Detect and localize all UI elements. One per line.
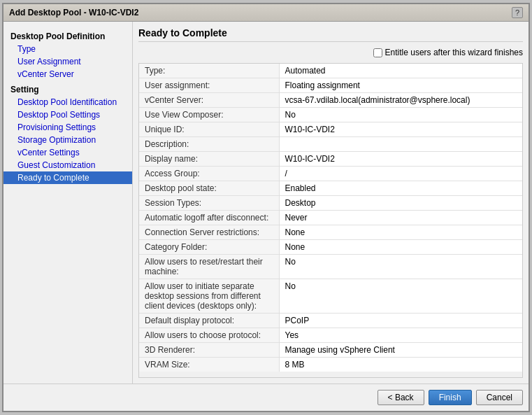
table-cell-value: Never	[279, 211, 522, 225]
sidebar-item-pool-identification[interactable]: Desktop Pool Identification	[3, 96, 132, 108]
table-row: Connection Server restrictions:None	[139, 225, 522, 240]
sidebar-item-vcenter-settings[interactable]: vCenter Settings	[3, 146, 132, 159]
table-cell-label: Description:	[139, 137, 279, 152]
table-row: Display name:W10-IC-VDI2	[139, 152, 522, 167]
summary-table: Type:AutomatedUser assignment:Floating a…	[139, 64, 522, 372]
table-cell-value: None	[279, 225, 522, 240]
table-cell-label: Allow user to initiate separate desktop …	[139, 279, 279, 314]
table-cell-label: User assignment:	[139, 78, 279, 93]
sidebar-item-guest-customization[interactable]: Guest Customization	[3, 159, 132, 171]
sidebar-item-pool-settings[interactable]: Desktop Pool Settings	[3, 108, 132, 121]
table-cell-value: Enabled	[279, 181, 522, 196]
sidebar-item-storage-optimization[interactable]: Storage Optimization	[3, 134, 132, 146]
table-cell-label: Default display protocol:	[139, 314, 279, 328]
table-cell-label: Use View Composer:	[139, 108, 279, 122]
table-cell-label: Desktop pool state:	[139, 181, 279, 196]
sidebar: Desktop Pool Definition Type User Assign…	[3, 22, 133, 384]
entitle-label[interactable]: Entitle users after this wizard finishes	[373, 48, 523, 57]
sidebar-item-ready-to-complete[interactable]: Ready to Complete	[3, 171, 132, 184]
table-row: Type:Automated	[139, 64, 522, 78]
table-cell-label: Allow users to reset/restart their machi…	[139, 255, 279, 279]
table-row: Automatic logoff after disconnect:Never	[139, 211, 522, 225]
table-cell-label: Category Folder:	[139, 240, 279, 255]
table-row: Allow users to reset/restart their machi…	[139, 255, 522, 279]
table-cell-value: Automated	[279, 64, 522, 78]
table-cell-label: Display name:	[139, 152, 279, 167]
entitle-row: Entitle users after this wizard finishes	[138, 48, 523, 57]
table-row: Access Group:/	[139, 167, 522, 181]
table-cell-value: No	[279, 108, 522, 122]
table-row: Allow users to choose protocol:Yes	[139, 328, 522, 343]
table-cell-value: 8 MB	[279, 358, 522, 372]
sidebar-item-provisioning-settings[interactable]: Provisioning Settings	[3, 121, 132, 134]
back-button[interactable]: < Back	[378, 390, 424, 405]
table-cell-label: Automatic logoff after disconnect:	[139, 211, 279, 225]
table-cell-value: No	[279, 279, 522, 314]
table-row: Use View Composer:No	[139, 108, 522, 122]
table-cell-value: None	[279, 240, 522, 255]
table-row: Default display protocol:PCoIP	[139, 314, 522, 328]
table-cell-value: No	[279, 255, 522, 279]
table-row: Unique ID:W10-IC-VDI2	[139, 122, 522, 137]
table-cell-label: vCenter Server:	[139, 93, 279, 108]
finish-button[interactable]: Finish	[429, 390, 472, 405]
table-row: User assignment:Floating assignment	[139, 78, 522, 93]
table-row: Description:	[139, 137, 522, 152]
cancel-button[interactable]: Cancel	[476, 390, 523, 405]
table-cell-value: W10-IC-VDI2	[279, 122, 522, 137]
table-row: Category Folder:None	[139, 240, 522, 255]
sidebar-definition-title: Desktop Pool Definition	[3, 30, 132, 43]
table-cell-label: Session Types:	[139, 196, 279, 211]
table-cell-value: /	[279, 167, 522, 181]
table-cell-label: Unique ID:	[139, 122, 279, 137]
table-cell-label: Access Group:	[139, 167, 279, 181]
table-cell-value: Manage using vSphere Client	[279, 343, 522, 358]
table-row: Session Types:Desktop	[139, 196, 522, 211]
table-cell-label: Type:	[139, 64, 279, 78]
title-bar: Add Desktop Pool - W10-IC-VDI2 ?	[3, 4, 529, 22]
table-cell-label: VRAM Size:	[139, 358, 279, 372]
table-cell-value: vcsa-67.vdilab.local(administrator@vsphe…	[279, 93, 522, 108]
table-cell-value: Floating assignment	[279, 78, 522, 93]
table-row: vCenter Server:vcsa-67.vdilab.local(admi…	[139, 93, 522, 108]
table-cell-value: Yes	[279, 328, 522, 343]
main-content: Desktop Pool Definition Type User Assign…	[3, 22, 529, 384]
table-row: 3D Renderer:Manage using vSphere Client	[139, 343, 522, 358]
table-cell-label: Allow users to choose protocol:	[139, 328, 279, 343]
summary-table-wrapper: Type:AutomatedUser assignment:Floating a…	[138, 63, 523, 378]
content-title: Ready to Complete	[138, 27, 523, 42]
table-row: Desktop pool state:Enabled	[139, 181, 522, 196]
sidebar-setting-title: Setting	[3, 83, 132, 96]
table-row: VRAM Size:8 MB	[139, 358, 522, 372]
entitle-checkbox[interactable]	[373, 48, 382, 57]
window-title: Add Desktop Pool - W10-IC-VDI2	[9, 8, 138, 17]
sidebar-item-type[interactable]: Type	[3, 43, 132, 55]
table-cell-value: W10-IC-VDI2	[279, 152, 522, 167]
footer: < Back Finish Cancel	[3, 384, 529, 411]
table-cell-value	[279, 137, 522, 152]
table-row: Allow user to initiate separate desktop …	[139, 279, 522, 314]
sidebar-item-vcenter-server[interactable]: vCenter Server	[3, 68, 132, 80]
table-cell-value: PCoIP	[279, 314, 522, 328]
help-button[interactable]: ?	[512, 7, 523, 18]
content-area: Ready to Complete Entitle users after th…	[133, 22, 529, 384]
table-cell-label: 3D Renderer:	[139, 343, 279, 358]
table-cell-value: Desktop	[279, 196, 522, 211]
sidebar-item-user-assignment[interactable]: User Assignment	[3, 55, 132, 68]
table-cell-label: Connection Server restrictions:	[139, 225, 279, 240]
main-window: Add Desktop Pool - W10-IC-VDI2 ? Desktop…	[2, 3, 530, 412]
